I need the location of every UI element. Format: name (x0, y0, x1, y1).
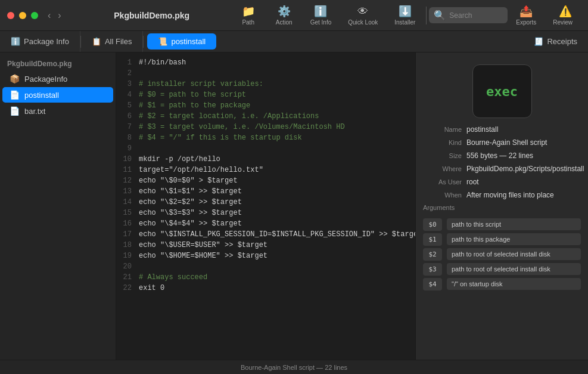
line-number: 18 (121, 240, 139, 251)
status-bar: Bourne-Again Shell script — 22 lines (0, 360, 588, 374)
info-row-asuser: As User root (423, 178, 581, 186)
arg-desc: path to root of selected install disk (447, 263, 581, 275)
code-line: 6# $2 = target location, i.e. /Applicati… (116, 111, 415, 122)
line-content: echo "\$INSTALL_PKG_SESSION_ID=$INSTALL_… (139, 229, 415, 240)
line-number: 22 (121, 283, 139, 293)
arg-row: $0path to this script (423, 218, 581, 231)
quicklook-toolbar-item[interactable]: 👁 Quick Look (340, 3, 386, 28)
line-number: 10 (121, 154, 139, 165)
maximize-button[interactable] (31, 12, 38, 19)
search-icon: 🔍 (434, 10, 446, 21)
code-line: 3# installer script variables: (116, 79, 415, 89)
kind-value: Bourne-Again Shell script (466, 138, 581, 147)
package-info-icon: ℹ️ (11, 37, 20, 46)
line-content: # $4 = "/" if this is the startup disk (139, 132, 302, 143)
where-label: Where (423, 165, 462, 173)
sidebar-item-postinstall[interactable]: 📄 postinstall (2, 87, 113, 103)
asuser-value: root (466, 178, 581, 186)
receipts-icon: 🧾 (534, 37, 543, 46)
line-number: 12 (121, 175, 139, 186)
line-number: 20 (121, 261, 139, 272)
arg-row: $3path to root of selected install disk (423, 263, 581, 276)
quicklook-icon: 👁 (357, 5, 368, 18)
line-number: 4 (121, 89, 139, 100)
line-content: echo "\$HOME=$HOME" >> $target (139, 251, 267, 261)
window-controls (7, 12, 38, 19)
tab-postinstall[interactable]: 📜 postinstall (147, 33, 216, 50)
code-editor[interactable]: 1#!/bin/bash23# installer script variabl… (116, 52, 415, 360)
arg-desc: path to this script (447, 218, 581, 230)
line-number: 5 (121, 100, 139, 111)
code-line: 7# $3 = target volume, i.e. /Volumes/Mac… (116, 122, 415, 132)
action-toolbar-item[interactable]: ⚙️ Action (266, 2, 302, 28)
warning-icon: ⚠️ (559, 5, 572, 18)
info-icon: ℹ️ (314, 5, 327, 18)
line-content: # $1 = path to the package (139, 100, 250, 111)
postinstall-label: postinstall (171, 37, 206, 46)
exec-label: exec (486, 84, 518, 99)
installer-toolbar-item[interactable]: ⬇️ Installer (386, 2, 424, 28)
name-value: postinstall (466, 125, 581, 134)
args-container: $0path to this script$1path to this pack… (423, 218, 581, 290)
line-content: # $0 = path to the script (139, 89, 246, 100)
code-line: 5# $1 = path to the package (116, 100, 415, 111)
arg-key: $2 (423, 248, 442, 261)
when-value: After moving files into place (466, 191, 581, 199)
sidebar-item-packageinfo[interactable]: 📦 PackageInfo (2, 71, 113, 86)
receipts-label: Receipts (547, 37, 577, 46)
when-label: When (423, 191, 462, 199)
installer-icon: ⬇️ (399, 5, 412, 18)
code-line: 16echo "\$4=$4" >> $target (116, 218, 415, 229)
sidebar-root-label: PkgbuildDemo.pkg (0, 57, 116, 70)
args-section: Arguments $0path to this script$1path to… (416, 204, 588, 290)
tab-package-info[interactable]: ℹ️ Package Info (0, 31, 80, 52)
arg-row: $4"/" on startup disk (423, 278, 581, 290)
line-number: 3 (121, 79, 139, 89)
code-line: 12echo "\$0=$0" > $target (116, 175, 415, 186)
code-line: 8# $4 = "/" if this is the startup disk (116, 132, 415, 143)
info-table: Name postinstall Kind Bourne-Again Shell… (416, 125, 588, 199)
toolbar: 📁 Path ⚙️ Action ℹ️ Get Info 👁 Quick Loo… (231, 2, 581, 28)
back-button[interactable]: ‹ (45, 9, 53, 22)
review-toolbar-item[interactable]: ⚠️ Review (545, 2, 581, 28)
arg-desc: path to root of selected install disk (447, 248, 581, 260)
all-files-icon: 📋 (92, 37, 101, 46)
code-line: 14echo "\$2=$2" >> $target (116, 197, 415, 208)
minimize-button[interactable] (19, 12, 26, 19)
search-input[interactable] (449, 11, 503, 20)
line-content: exit 0 (139, 283, 164, 293)
line-number: 15 (121, 208, 139, 218)
line-number: 11 (121, 165, 139, 175)
forward-button[interactable]: › (55, 9, 63, 22)
nav-arrows: ‹ › (45, 9, 64, 22)
search-box[interactable]: 🔍 (429, 7, 508, 23)
info-row-where: Where PkgbuildDemo.pkg/Scripts/postinsta… (423, 165, 581, 173)
code-line: 22exit 0 (116, 283, 415, 293)
code-line: 9 (116, 143, 415, 154)
arg-key: $4 (423, 278, 442, 290)
path-toolbar-item[interactable]: 📁 Path (231, 2, 266, 28)
line-content: # Always succeed (139, 272, 207, 283)
postinstall-file-icon: 📄 (10, 90, 20, 100)
exports-toolbar-item[interactable]: 📤 Exports (508, 2, 545, 28)
line-content: echo "\$4=$4" >> $target (139, 218, 242, 229)
sidebar-item-bartxt[interactable]: 📄 bar.txt (2, 103, 113, 119)
code-line: 18echo "\$USER=$USER" >> $target (116, 240, 415, 251)
close-button[interactable] (7, 12, 14, 19)
packageinfo-icon: 📦 (10, 74, 20, 84)
line-content: echo "\$0=$0" > $target (139, 175, 238, 186)
tab-all-files[interactable]: 📋 All Files (81, 31, 144, 52)
tab-receipts[interactable]: 🧾 Receipts (523, 31, 588, 52)
arg-key: $3 (423, 263, 442, 276)
review-label: Review (553, 19, 573, 26)
info-row-kind: Kind Bourne-Again Shell script (423, 138, 581, 147)
line-content: mkdir -p /opt/hello (139, 154, 220, 165)
getinfo-toolbar-item[interactable]: ℹ️ Get Info (302, 2, 340, 28)
exports-label: Exports (516, 19, 536, 26)
code-line: 2 (116, 68, 415, 79)
line-content: #!/bin/bash (139, 57, 186, 68)
line-number: 19 (121, 251, 139, 261)
line-content: echo "\$3=$3" >> $target (139, 208, 242, 218)
code-line: 1#!/bin/bash (116, 57, 415, 68)
sidebar-item-packageinfo-label: PackageInfo (24, 75, 67, 84)
